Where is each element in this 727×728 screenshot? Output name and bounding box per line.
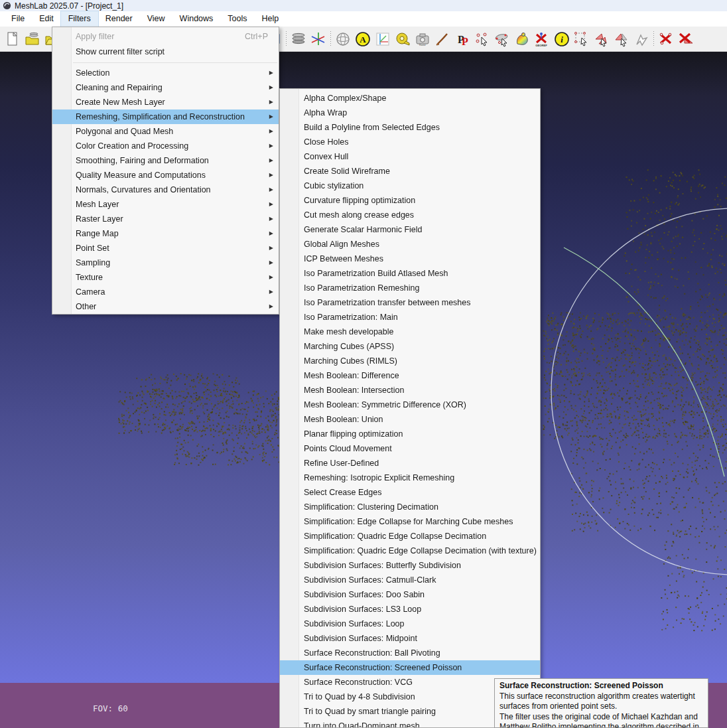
filter-item-iso-parametrization-transfer-between-meshes[interactable]: Iso Parametrization transfer between mes… [280, 295, 540, 310]
filter-item-surface-reconstruction-screened-poisson[interactable]: Surface Reconstruction: Screened Poisson [280, 660, 540, 675]
filter-item-build-a-polyline-from-selected-edges[interactable]: Build a Polyline from Selected Edges [280, 120, 540, 135]
layers-dialog-icon[interactable] [289, 29, 308, 49]
filter-item-cubic-stylization[interactable]: Cubic stylization [280, 179, 540, 193]
submenu-arrow-icon: ▶ [269, 153, 273, 168]
raster-alignment-icon[interactable]: Raster [413, 29, 432, 49]
filter-item-cut-mesh-along-crease-edges[interactable]: Cut mesh along crease edges [280, 208, 540, 222]
show-axis-icon[interactable] [309, 29, 328, 49]
filter-item-generate-scalar-harmonic-field[interactable]: Generate Scalar Harmonic Field [280, 222, 540, 237]
new-document-icon[interactable] [3, 29, 22, 49]
georef-icon[interactable]: GEOREF [533, 29, 551, 49]
submenu-arrow-icon: ▶ [269, 212, 273, 226]
menubar-item-render[interactable]: Render [98, 11, 140, 27]
filter-item-close-holes[interactable]: Close Holes [280, 135, 540, 149]
filter-item-alpha-complex-shape[interactable]: Alpha Complex/Shape [280, 91, 540, 106]
delete-vertices-icon[interactable] [657, 29, 675, 49]
menubar-item-edit[interactable]: Edit [32, 11, 61, 27]
menu-item-apply-filter: Apply filterCtrl+P [52, 29, 279, 44]
filter-item-simplification-clustering-decimation[interactable]: Simplification: Clustering Decimation [280, 500, 540, 514]
open-project-icon[interactable] [23, 29, 42, 49]
filters-category-sampling[interactable]: Sampling▶ [52, 255, 279, 270]
menubar-item-help[interactable]: Help [255, 11, 287, 27]
filter-item-iso-parametrization-main[interactable]: Iso Parametrization: Main [280, 310, 540, 325]
move-selection-icon[interactable] [632, 29, 651, 49]
filters-category-normals-curvatures-and-orientation[interactable]: Normals, Curvatures and Orientation▶ [52, 182, 279, 197]
menubar-item-filters[interactable]: Filters [61, 11, 98, 27]
filter-item-simplification-edge-collapse-for-marching-cube-meshes[interactable]: Simplification: Edge Collapse for Marchi… [280, 514, 540, 529]
align-tool-icon[interactable] [493, 29, 511, 49]
select-faces-icon[interactable] [592, 29, 611, 49]
filters-category-smoothing-fairing-and-deformation[interactable]: Smoothing, Fairing and Deformation▶ [52, 153, 279, 168]
submenu-arrow-icon: ▶ [269, 168, 273, 182]
filters-menu: Apply filterCtrl+PShow current filter sc… [52, 27, 279, 315]
menubar-item-windows[interactable]: Windows [172, 11, 221, 27]
filter-item-iso-parametrization-remeshing[interactable]: Iso Parametrization Remeshing [280, 281, 540, 295]
filter-item-convex-hull[interactable]: Convex Hull [280, 149, 540, 164]
filter-item-mesh-boolean-symmetric-difference-xor-[interactable]: Mesh Boolean: Symmetric Difference (XOR) [280, 398, 540, 412]
paint-parameters-icon[interactable]: PP [453, 29, 472, 49]
svg-text:P: P [462, 36, 468, 47]
filters-category-selection[interactable]: Selection▶ [52, 66, 279, 80]
filter-item-mesh-boolean-union[interactable]: Mesh Boolean: Union [280, 412, 540, 427]
select-face-region-icon[interactable] [612, 29, 631, 49]
filter-item-subdivision-surfaces-butterfly-subdivision[interactable]: Subdivision Surfaces: Butterfly Subdivis… [280, 558, 540, 573]
filters-category-create-new-mesh-layer[interactable]: Create New Mesh Layer▶ [52, 95, 279, 109]
filters-category-quality-measure-and-computations[interactable]: Quality Measure and Computations▶ [52, 168, 279, 182]
filter-item-planar-flipping-optimization[interactable]: Planar flipping optimization [280, 427, 540, 441]
filter-item-icp-between-meshes[interactable]: ICP Between Meshes [280, 252, 540, 266]
filter-item-create-solid-wireframe[interactable]: Create Solid Wireframe [280, 164, 540, 179]
filter-item-surface-reconstruction-ball-pivoting[interactable]: Surface Reconstruction: Ball Pivoting [280, 646, 540, 660]
measure-tool-icon[interactable] [393, 29, 412, 49]
select-vertices-icon[interactable] [572, 29, 591, 49]
filters-category-texture[interactable]: Texture▶ [52, 270, 279, 285]
quality-mapper-icon[interactable] [513, 29, 531, 49]
trackball-icon[interactable] [334, 29, 352, 49]
filter-item-marching-cubes-apss-[interactable]: Marching Cubes (APSS) [280, 339, 540, 354]
point-picker-icon[interactable] [473, 29, 492, 49]
filter-item-alpha-wrap[interactable]: Alpha Wrap [280, 106, 540, 120]
filter-item-subdivision-surfaces-ls3-loop[interactable]: Subdivision Surfaces: LS3 Loop [280, 602, 540, 617]
menubar-item-file[interactable]: File [4, 11, 32, 27]
submenu-arrow-icon: ▶ [269, 66, 273, 80]
filter-item-make-mesh-developable[interactable]: Make mesh developable [280, 325, 540, 339]
menu-item-show-current-filter-script[interactable]: Show current filter script [52, 44, 279, 60]
filters-category-other[interactable]: Other▶ [52, 299, 279, 314]
filter-item-simplification-quadric-edge-collapse-decimation[interactable]: Simplification: Quadric Edge Collapse De… [280, 529, 540, 544]
filters-category-mesh-layer[interactable]: Mesh Layer▶ [52, 197, 279, 212]
filters-category-point-set[interactable]: Point Set▶ [52, 241, 279, 255]
filter-item-subdivision-surfaces-midpoint[interactable]: Subdivision Surfaces: Midpoint [280, 631, 540, 646]
filter-item-iso-parametrization-build-atlased-mesh[interactable]: Iso Parametrization Build Atlased Mesh [280, 266, 540, 281]
filters-category-polygonal-and-quad-mesh[interactable]: Polygonal and Quad Mesh▶ [52, 124, 279, 139]
background-grid-icon[interactable] [373, 29, 392, 49]
submenu-arrow-icon: ▶ [269, 299, 273, 314]
filter-item-subdivision-surfaces-catmull-clark[interactable]: Subdivision Surfaces: Catmull-Clark [280, 573, 540, 587]
filter-item-simplification-quadric-edge-collapse-decimation-with-texture-[interactable]: Simplification: Quadric Edge Collapse De… [280, 544, 540, 558]
window-title: MeshLab 2025.07 - [Project_1] [15, 1, 123, 11]
delete-faces-icon[interactable] [677, 29, 695, 49]
filter-item-mesh-boolean-intersection[interactable]: Mesh Boolean: Intersection [280, 383, 540, 398]
filter-item-refine-user-defined[interactable]: Refine User-Defined [280, 456, 540, 471]
submenu-arrow-icon: ▶ [269, 95, 273, 109]
toolbar-separator [328, 31, 333, 48]
show-labels-icon[interactable]: A [354, 29, 372, 49]
filter-item-remeshing-isotropic-explicit-remeshing[interactable]: Remeshing: Isotropic Explicit Remeshing [280, 471, 540, 485]
filter-item-subdivision-surfaces-doo-sabin[interactable]: Subdivision Surfaces: Doo Sabin [280, 587, 540, 602]
filter-item-global-align-meshes[interactable]: Global Align Meshes [280, 237, 540, 252]
filter-item-points-cloud-movement[interactable]: Points Cloud Movement [280, 441, 540, 456]
filter-item-curvature-flipping-optimization[interactable]: Curvature flipping optimization [280, 193, 540, 208]
menubar-item-view[interactable]: View [140, 11, 172, 27]
filters-category-remeshing-simplification-and-reconstruction[interactable]: Remeshing, Simplification and Reconstruc… [52, 109, 279, 124]
submenu-arrow-icon: ▶ [269, 124, 273, 139]
filter-item-subdivision-surfaces-loop[interactable]: Subdivision Surfaces: Loop [280, 617, 540, 631]
filters-category-raster-layer[interactable]: Raster Layer▶ [52, 212, 279, 226]
filter-item-select-crease-edges[interactable]: Select Crease Edges [280, 485, 540, 500]
menubar-item-tools[interactable]: Tools [220, 11, 254, 27]
info-icon[interactable]: i [553, 29, 571, 49]
filters-category-color-creation-and-processing[interactable]: Color Creation and Processing▶ [52, 139, 279, 153]
z-painting-icon[interactable] [433, 29, 452, 49]
filter-item-mesh-boolean-difference[interactable]: Mesh Boolean: Difference [280, 368, 540, 383]
filters-category-cleaning-and-repairing[interactable]: Cleaning and Repairing▶ [52, 80, 279, 95]
filters-category-camera[interactable]: Camera▶ [52, 285, 279, 299]
filters-category-range-map[interactable]: Range Map▶ [52, 226, 279, 241]
filter-item-marching-cubes-rimls-[interactable]: Marching Cubes (RIMLS) [280, 354, 540, 368]
